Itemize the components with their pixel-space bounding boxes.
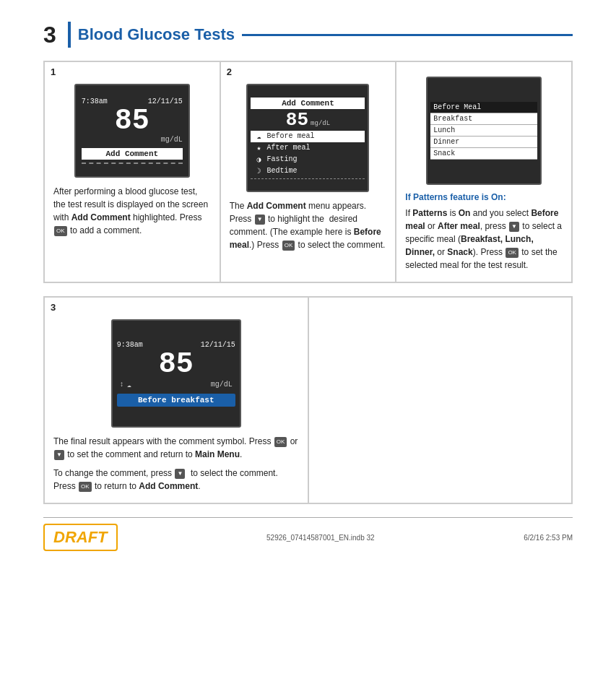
step2-unit: mg/dL: [311, 120, 330, 127]
step2-ok-icon: OK: [282, 241, 295, 251]
pattern-dinner: Dinner: [430, 137, 537, 148]
chapter-title: Blood Glucose Tests: [78, 25, 235, 44]
step3-value: 85: [159, 350, 194, 379]
step1-value: 85: [115, 107, 149, 136]
top-grid: 1 7:38am 12/11/15 85 mg/dL Add Comment A…: [43, 61, 573, 283]
menu-item-fasting: ◑ Fasting: [251, 154, 365, 165]
step3-text: The final result appears with the commen…: [53, 435, 299, 461]
pattern-lunch: Lunch: [430, 125, 537, 137]
step1-dashed: [82, 163, 183, 164]
step3-icons-row: ↕ ☁ mg/dL: [117, 379, 235, 391]
step2-dashed: [251, 178, 365, 179]
menu-bedtime-label: Bedtime: [266, 167, 297, 175]
step3-unit: mg/dL: [131, 381, 233, 389]
step1-date: 12/11/15: [148, 98, 183, 105]
step2-title: Add Comment: [251, 98, 365, 109]
chapter-title-bar: Blood Glucose Tests: [68, 22, 573, 48]
step3-date: 12/11/15: [201, 341, 235, 349]
step3-down-icon1: ▼: [54, 450, 64, 460]
step3-time: 9:38am: [117, 341, 143, 349]
step2-screen: Add Comment 85 mg/dL ☁ Before meal ★ Aft…: [246, 84, 369, 192]
chapter-number: 3: [43, 23, 56, 46]
draft-label: DRAFT: [53, 528, 108, 546]
step3-down-icon2: ▼: [175, 469, 185, 479]
pattern-before-meal: Before Meal: [430, 102, 537, 113]
step2-number: 2: [227, 66, 232, 77]
fasting-icon: ◑: [253, 155, 264, 165]
step1-cell: 1 7:38am 12/11/15 85 mg/dL Add Comment A…: [44, 61, 220, 282]
step1-unit: mg/dL: [82, 136, 183, 144]
step3-ok-icon1: OK: [274, 437, 287, 447]
before-meal-icon: ☁: [253, 131, 264, 142]
patterns-down-icon: ▼: [509, 222, 519, 232]
step2-down-icon: ▼: [255, 215, 265, 225]
after-meal-icon: ★: [253, 143, 264, 153]
menu-fasting-label: Fasting: [266, 155, 297, 163]
menu-before-meal-label: Before meal: [266, 132, 314, 140]
bedtime-icon: ☽: [253, 166, 264, 176]
draft-badge: DRAFT: [43, 524, 118, 551]
step1-ok-icon: OK: [54, 226, 67, 236]
step2-value: 85: [286, 111, 308, 129]
step3-screen-header: 9:38am 12/11/15: [117, 341, 235, 349]
chapter-title-accent: [68, 22, 71, 48]
pattern-breakfast: Breakfast: [430, 113, 537, 125]
step3-number: 3: [51, 302, 56, 313]
chapter-title-underline: [242, 34, 573, 36]
step2-right-cell: Before Meal Breakfast Lunch Dinner Snack…: [396, 61, 572, 282]
step3-ok-icon2: OK: [79, 482, 92, 492]
chapter-header: 3 Blood Glucose Tests: [43, 22, 573, 48]
page-footer: DRAFT 52926_07414587001_EN.indb 32 6/2/1…: [43, 517, 573, 551]
step1-number: 1: [51, 66, 56, 77]
step3-cell: 3 9:38am 12/11/15 85 ↕ ☁ mg/dL Before br…: [44, 297, 308, 503]
step2-value-row: 85 mg/dL: [251, 111, 365, 129]
step1-add-comment: Add Comment: [82, 148, 183, 160]
step3-comment-bar: Before breakfast: [117, 394, 235, 407]
menu-item-before-meal: ☁ Before meal: [251, 131, 365, 142]
step2-right-screen: Before Meal Breakfast Lunch Dinner Snack: [426, 77, 542, 185]
pattern-snack: Snack: [430, 148, 537, 160]
step1-time: 7:38am: [82, 98, 108, 105]
step3-screen: 9:38am 12/11/15 85 ↕ ☁ mg/dL Before brea…: [111, 319, 241, 428]
footer-filename: 52926_07414587001_EN.indb 32: [266, 534, 375, 542]
footer-date: 6/2/16 2:53 PM: [524, 534, 573, 542]
step2-text: The Add Comment menu appears. Press ▼ to…: [230, 199, 387, 251]
patterns-ok-icon: OK: [506, 248, 519, 258]
menu-item-bedtime: ☽ Bedtime: [251, 165, 365, 177]
menu-item-after-meal: ★ After meal: [251, 142, 365, 154]
step1-text: After performing a blood glucose test, t…: [53, 185, 211, 237]
patterns-heading: If Patterns feature is On:: [405, 192, 563, 202]
step3-text2: To change the comment, press ▼ to select…: [53, 467, 299, 493]
step3-arrow-icon: ↕: [120, 381, 124, 389]
step1-screen: 7:38am 12/11/15 85 mg/dL Add Comment: [74, 84, 190, 178]
step3-empty-cell: [308, 297, 573, 503]
patterns-text: If Patterns is On and you select Before …: [405, 207, 563, 272]
menu-after-meal-label: After meal: [266, 144, 310, 152]
step2-cell: 2 Add Comment 85 mg/dL ☁ Before meal ★ A…: [220, 61, 396, 282]
bottom-grid: 3 9:38am 12/11/15 85 ↕ ☁ mg/dL Before br…: [43, 296, 573, 504]
